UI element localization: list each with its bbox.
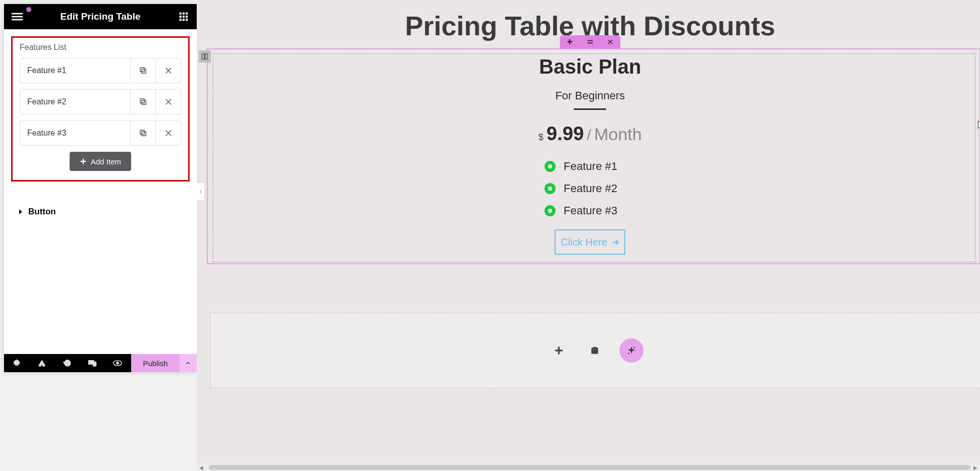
feature-item-label: Feature #3 xyxy=(20,121,130,145)
svg-rect-17 xyxy=(140,99,144,103)
svg-rect-49 xyxy=(592,349,598,354)
drag-section-icon[interactable] xyxy=(580,38,600,45)
close-icon[interactable] xyxy=(155,90,181,114)
plan-subtitle: For Beginners xyxy=(539,89,642,102)
chevron-up-icon xyxy=(185,360,192,367)
publish-options-button[interactable] xyxy=(180,354,197,372)
cta-button[interactable]: Click Here xyxy=(555,229,625,255)
scroll-left-icon[interactable]: ◀ xyxy=(197,464,206,471)
scroll-right-icon[interactable]: ▶ xyxy=(971,464,980,471)
price-separator: / xyxy=(587,127,591,144)
svg-point-38 xyxy=(590,40,591,41)
close-icon[interactable] xyxy=(155,58,181,83)
svg-rect-10 xyxy=(183,19,185,21)
svg-rect-7 xyxy=(183,16,185,18)
editor-footer: Publish xyxy=(4,354,197,372)
svg-rect-12 xyxy=(142,69,146,73)
svg-rect-0 xyxy=(12,13,23,15)
svg-rect-6 xyxy=(180,16,182,18)
cta-label: Click Here xyxy=(561,237,607,248)
svg-rect-46 xyxy=(205,54,208,60)
svg-point-39 xyxy=(591,40,592,41)
widgets-panel-icon[interactable] xyxy=(178,11,190,23)
plan-feature-row: Feature #2 xyxy=(545,182,642,195)
svg-point-41 xyxy=(590,42,591,43)
check-circle-icon xyxy=(545,183,556,194)
notification-dot-icon xyxy=(26,7,31,12)
check-circle-icon xyxy=(545,161,556,172)
svg-rect-16 xyxy=(142,100,146,104)
svg-rect-13 xyxy=(140,68,144,72)
plan-feature-text: Feature #2 xyxy=(564,182,617,195)
preview-icon[interactable] xyxy=(105,354,130,372)
feature-item[interactable]: Feature #2 xyxy=(20,89,181,114)
svg-rect-48 xyxy=(555,349,563,351)
add-section-icon[interactable] xyxy=(560,38,580,45)
plan-feature-row: Feature #3 xyxy=(545,204,642,217)
svg-point-40 xyxy=(588,42,589,43)
scrollbar-thumb[interactable] xyxy=(209,465,970,470)
copy-icon[interactable] xyxy=(130,58,155,83)
price-line: $ 9.99 / Month xyxy=(539,123,642,145)
features-list-label: Features List xyxy=(20,43,181,52)
publish-label: Publish xyxy=(143,359,167,368)
ai-button[interactable] xyxy=(619,338,644,363)
plan-feature-row: Feature #1 xyxy=(545,160,642,173)
publish-button[interactable]: Publish xyxy=(131,354,180,372)
feature-item-label: Feature #2 xyxy=(20,90,130,114)
svg-rect-2 xyxy=(12,19,23,21)
svg-rect-21 xyxy=(140,130,144,134)
svg-rect-20 xyxy=(142,132,146,136)
svg-rect-45 xyxy=(202,54,205,60)
settings-icon[interactable] xyxy=(4,354,29,372)
templates-button[interactable] xyxy=(583,338,607,363)
add-section-area[interactable] xyxy=(210,313,980,388)
price-period: Month xyxy=(594,125,642,144)
caret-right-icon xyxy=(18,209,23,214)
subtitle-underline xyxy=(574,108,606,110)
copy-icon[interactable] xyxy=(130,90,155,114)
features-list-section: Features List Feature #1 Feature #2 xyxy=(11,36,190,182)
svg-rect-1 xyxy=(12,16,23,18)
svg-marker-26 xyxy=(19,209,22,214)
feature-item[interactable]: Feature #3 xyxy=(20,121,181,146)
collapse-panel-button[interactable] xyxy=(197,183,205,201)
add-widget-button[interactable] xyxy=(547,338,571,363)
menu-icon[interactable] xyxy=(11,11,23,23)
plan-feature-text: Feature #3 xyxy=(564,204,617,217)
svg-rect-25 xyxy=(81,161,86,162)
editor-panel: Edit Pricing Table Features List Feature… xyxy=(4,4,197,372)
svg-point-34 xyxy=(117,362,119,365)
svg-rect-8 xyxy=(186,16,188,18)
svg-rect-11 xyxy=(186,19,188,21)
history-icon[interactable] xyxy=(54,354,80,372)
currency-symbol: $ xyxy=(539,132,544,143)
pricing-widget[interactable]: Basic Plan For Beginners $ 9.99 / Month … xyxy=(539,55,642,255)
svg-rect-4 xyxy=(183,13,185,15)
panel-body: Features List Feature #1 Feature #2 xyxy=(4,29,197,226)
navigator-icon[interactable] xyxy=(29,354,54,372)
svg-rect-5 xyxy=(186,13,188,15)
add-item-button[interactable]: Add Item xyxy=(70,152,131,171)
svg-rect-32 xyxy=(93,362,96,366)
horizontal-scrollbar[interactable]: ◀ ▶ xyxy=(197,464,980,471)
responsive-icon[interactable] xyxy=(80,354,105,372)
plan-feature-text: Feature #1 xyxy=(564,160,617,173)
panel-title: Edit Pricing Table xyxy=(23,11,178,22)
plan-title: Basic Plan xyxy=(539,55,642,78)
column-handle-icon[interactable] xyxy=(199,50,211,63)
close-icon[interactable] xyxy=(155,121,181,145)
feature-item[interactable]: Feature #1 xyxy=(20,58,181,83)
price-value: 9.99 xyxy=(547,123,584,145)
arrow-right-icon xyxy=(611,238,619,246)
editor-canvas[interactable]: Pricing Table with Discounts Basic Plan … xyxy=(197,0,980,471)
add-item-label: Add Item xyxy=(91,157,121,166)
svg-point-52 xyxy=(628,353,629,355)
feature-item-label: Feature #1 xyxy=(20,58,130,83)
button-accordion[interactable]: Button xyxy=(11,205,190,219)
delete-section-icon[interactable] xyxy=(600,38,620,45)
copy-icon[interactable] xyxy=(130,121,155,145)
svg-point-37 xyxy=(588,40,589,41)
svg-rect-3 xyxy=(180,13,182,15)
svg-rect-36 xyxy=(567,41,572,42)
